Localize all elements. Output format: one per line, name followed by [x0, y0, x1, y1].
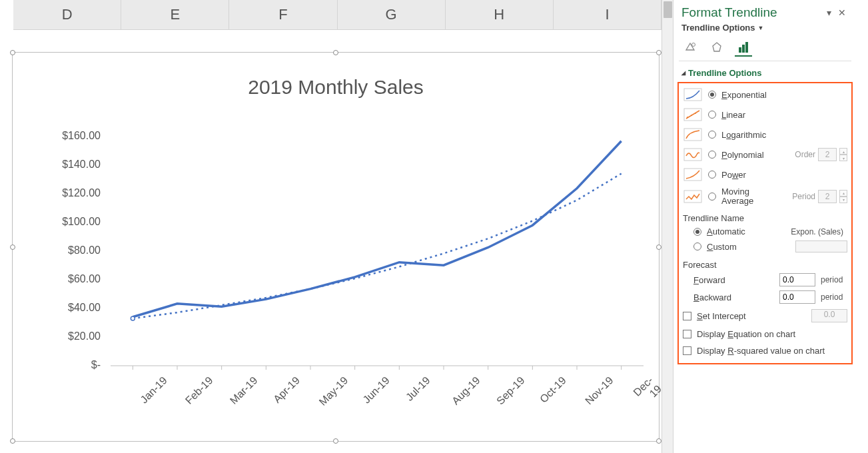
chart-plot-area[interactable]: $- $20.00 $40.00 $60.00 $80.00 $100.00 $… [34, 129, 647, 409]
radio[interactable] [708, 193, 716, 201]
radio[interactable] [708, 91, 716, 99]
polynomial-icon [683, 147, 703, 162]
trendline-options-tab-icon[interactable] [735, 39, 752, 57]
vertical-scrollbar[interactable] [661, 0, 673, 453]
y-tick: $40.00 [34, 302, 101, 314]
option-moving-average[interactable]: MovingAverage Period 2 ▴▾ [681, 185, 849, 208]
power-icon [683, 167, 703, 182]
pane-options-button[interactable]: ▾ [822, 6, 835, 19]
option-linear[interactable]: Linear [681, 105, 849, 125]
col-header-d[interactable]: D [13, 0, 121, 30]
chart-object[interactable]: 2019 Monthly Sales $- $20.00 $40.00 $60.… [12, 52, 659, 442]
col-header-h[interactable]: H [446, 0, 554, 30]
x-tick: May-19 [317, 374, 367, 424]
x-tick: Nov-19 [583, 374, 632, 423]
checkbox[interactable] [683, 346, 691, 355]
trendline[interactable] [133, 174, 621, 318]
y-tick: $100.00 [34, 216, 101, 228]
chart-svg [111, 129, 644, 366]
option-power[interactable]: Power [681, 165, 849, 185]
linear-icon [683, 107, 703, 122]
backward-input[interactable] [779, 290, 815, 304]
radio[interactable] [693, 228, 701, 236]
logarithmic-icon [683, 127, 703, 142]
y-tick: $20.00 [34, 330, 101, 342]
y-tick: $60.00 [34, 273, 101, 285]
section-trendline-options[interactable]: Trendline Options [673, 61, 857, 81]
x-tick: Mar-19 [228, 374, 276, 423]
svg-point-23 [691, 115, 692, 116]
x-tick: Jul-19 [404, 374, 449, 420]
col-header-e[interactable]: E [121, 0, 229, 30]
svg-point-13 [131, 316, 135, 320]
option-logarithmic[interactable]: Logarithmic [681, 125, 849, 145]
forecast-forward-row: Forward period [681, 271, 849, 288]
set-intercept-row[interactable]: Set Intercept 0.0 [681, 306, 849, 326]
radio[interactable] [708, 131, 716, 139]
fill-line-tab-icon[interactable] [681, 39, 699, 57]
svg-rect-16 [739, 47, 741, 53]
col-header-f[interactable]: F [229, 0, 337, 30]
svg-rect-17 [742, 45, 745, 53]
svg-marker-15 [713, 43, 721, 51]
x-tick: Aug-19 [450, 374, 498, 423]
svg-point-22 [687, 117, 688, 118]
radio[interactable] [708, 171, 716, 179]
checkbox[interactable] [683, 330, 691, 338]
x-tick: Oct-19 [538, 374, 585, 422]
intercept-input: 0.0 [811, 309, 847, 322]
scroll-thumb[interactable] [663, 1, 672, 18]
x-tick: Apr-19 [271, 374, 318, 422]
automatic-name-value: Expon. (Sales) [791, 227, 847, 236]
forecast-backward-row: Backward period [681, 288, 849, 306]
y-tick: $120.00 [34, 187, 101, 199]
radio[interactable] [693, 242, 701, 250]
trendline-name-head: Trendline Name [681, 208, 849, 225]
chart-title[interactable]: 2019 Monthly Sales [13, 76, 659, 99]
effects-tab-icon[interactable] [708, 39, 725, 57]
forecast-head: Forecast [681, 254, 849, 271]
custom-name-input[interactable] [795, 240, 847, 252]
x-tick: Jan-19 [139, 374, 186, 422]
y-tick: $- [34, 359, 101, 371]
checkbox[interactable] [683, 312, 691, 320]
options-highlight: Exponential Linear Logarithmic Polynomia… [677, 82, 853, 364]
svg-rect-18 [745, 42, 748, 53]
period-label: Period [792, 192, 815, 201]
display-equation-row[interactable]: Display Equation on chart [681, 326, 849, 342]
format-trendline-pane: Format Trendline ▾ ✕ Trendline Options▼ … [673, 0, 857, 453]
x-tick: Sep-19 [494, 374, 543, 423]
column-headers: D E F G H I [13, 0, 661, 30]
order-label: Order [795, 150, 815, 159]
pane-title: Format Trendline [681, 5, 822, 20]
exponential-icon [683, 87, 703, 102]
col-header-i[interactable]: I [554, 0, 661, 30]
option-polynomial[interactable]: Polynomial Order 2 ▴▾ [681, 145, 849, 165]
option-exponential[interactable]: Exponential [681, 85, 849, 105]
y-tick: $140.00 [34, 159, 101, 171]
x-tick: Feb-19 [183, 374, 232, 423]
y-tick: $80.00 [34, 244, 101, 256]
display-r2-row[interactable]: Display R-squared value on chart [681, 342, 849, 359]
radio[interactable] [708, 151, 716, 159]
y-tick: $160.00 [34, 130, 101, 142]
period-input: 2 [818, 190, 837, 203]
name-automatic[interactable]: Automatic Expon. (Sales) [681, 225, 849, 238]
data-series[interactable] [133, 141, 621, 317]
name-custom[interactable]: Custom [681, 238, 849, 254]
svg-point-14 [692, 43, 695, 47]
worksheet[interactable]: D E F G H I 2019 Monthly Sales $- $20. [0, 0, 673, 453]
col-header-g[interactable]: G [338, 0, 446, 30]
forward-input[interactable] [779, 273, 815, 286]
pane-subtitle[interactable]: Trendline Options▼ [673, 21, 857, 37]
order-input: 2 [818, 148, 837, 161]
moving-average-icon [683, 189, 703, 204]
pane-close-button[interactable]: ✕ [835, 6, 849, 19]
x-tick: Jun-19 [360, 374, 408, 422]
radio[interactable] [708, 111, 716, 119]
svg-point-24 [695, 113, 696, 114]
